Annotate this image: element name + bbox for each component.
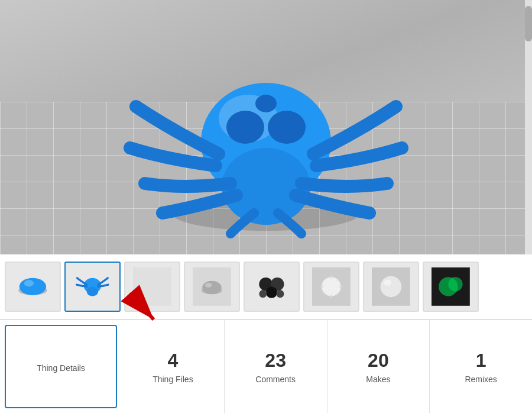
svg-point-20 [266, 286, 277, 298]
tab-remixes-label: Remixes [465, 375, 497, 384]
svg-point-4 [226, 111, 264, 144]
tab-makes-number: 20 [368, 349, 389, 372]
svg-point-15 [202, 281, 221, 295]
tab-makes-label: Makes [366, 375, 390, 384]
main-image-area [0, 0, 532, 254]
tab-comments[interactable]: 23 Comments [225, 320, 327, 413]
tab-comments-number: 23 [265, 349, 286, 372]
svg-point-6 [255, 95, 277, 112]
tab-remixes[interactable]: 1 Remixes [430, 320, 532, 413]
spider-model [112, 12, 420, 243]
thumbnail-7[interactable] [363, 262, 419, 312]
tab-details-label: Thing Details [37, 363, 85, 373]
tab-files-label: Thing Files [153, 375, 193, 384]
thumbnail-5[interactable] [244, 262, 300, 312]
tab-thing-details[interactable]: Thing Details [5, 325, 117, 408]
thumbnail-2[interactable] [64, 262, 121, 312]
svg-point-8 [20, 278, 46, 295]
tab-comments-label: Comments [255, 375, 296, 384]
scrollbar-thumb[interactable] [525, 6, 532, 41]
thumbnail-6[interactable] [303, 262, 359, 312]
thumbnail-strip [0, 254, 532, 320]
svg-point-34 [381, 276, 402, 298]
thumbnail-3[interactable] [124, 262, 180, 312]
scrollbar[interactable] [525, 0, 532, 254]
svg-point-11 [87, 286, 98, 296]
svg-point-38 [448, 277, 462, 291]
svg-rect-12 [133, 267, 171, 306]
tab-files-number: 4 [167, 349, 178, 372]
bottom-tabs: Thing Details 4 Thing Files 23 Comments … [0, 320, 532, 413]
svg-point-35 [384, 280, 391, 286]
svg-point-16 [205, 283, 212, 288]
thumbnail-8[interactable] [423, 262, 479, 312]
svg-point-21 [259, 290, 267, 298]
thumbnail-4[interactable] [184, 262, 240, 312]
svg-point-9 [24, 280, 34, 286]
tab-makes[interactable]: 20 Makes [327, 320, 430, 413]
svg-point-22 [277, 290, 284, 298]
svg-point-5 [268, 111, 306, 144]
thumbnail-1[interactable] [5, 262, 61, 312]
tab-remixes-number: 1 [476, 349, 486, 372]
tab-thing-files[interactable]: 4 Thing Files [122, 320, 225, 413]
